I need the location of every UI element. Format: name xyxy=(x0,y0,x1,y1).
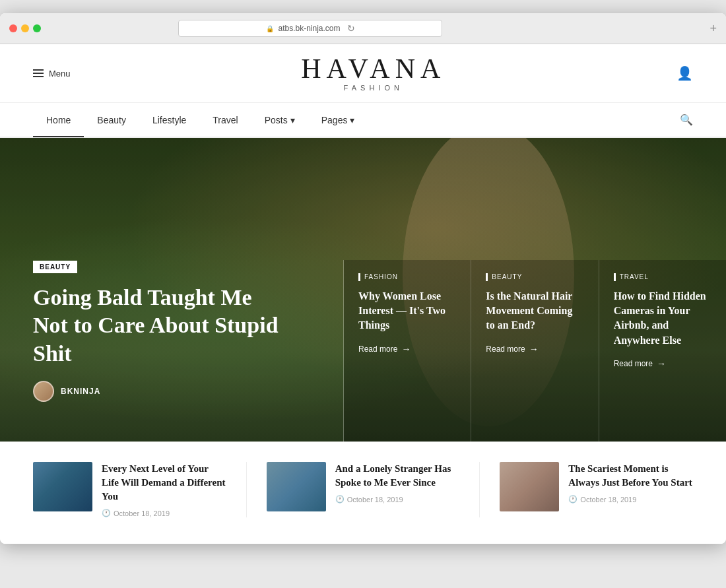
nav-lifestyle[interactable]: Lifestyle xyxy=(139,104,199,136)
hero-title: Going Bald Taught Me Not to Care About S… xyxy=(33,284,284,368)
article-card-2[interactable]: And a Lonely Stranger Has Spoke to Me Ev… xyxy=(267,462,460,517)
avatar xyxy=(33,381,54,402)
article-card-content-1: Every Next Level of Your Life Will Deman… xyxy=(102,462,226,517)
hero-sub-articles: FASHION Why Women Lose Interest — It's T… xyxy=(343,260,726,442)
sub-title-fashion: Why Women Lose Interest — It's Two Thing… xyxy=(358,289,456,333)
arrow-right-icon: → xyxy=(401,344,411,354)
url-text: atbs.bk-ninja.com xyxy=(278,24,340,33)
nav-links: Home Beauty Lifestyle Travel Posts ▾ Pag… xyxy=(33,104,368,136)
clock-icon: 🕐 xyxy=(102,509,111,517)
article-thumbnail-3 xyxy=(500,462,559,511)
logo-title: HAVANA xyxy=(301,55,446,82)
divider-1 xyxy=(246,462,247,517)
read-more-beauty[interactable]: Read more → xyxy=(486,344,583,354)
minimize-dot[interactable] xyxy=(21,24,29,32)
author-name[interactable]: BKNINJA xyxy=(61,387,100,396)
nav-home[interactable]: Home xyxy=(33,104,84,137)
article-date-3: 🕐 October 18, 2019 xyxy=(568,495,693,504)
article-thumbnail-1 xyxy=(33,462,92,511)
logo-subtitle: FASHION xyxy=(301,84,446,92)
close-dot[interactable] xyxy=(9,24,17,32)
nav-pages[interactable]: Pages ▾ xyxy=(308,104,368,136)
read-more-fashion[interactable]: Read more → xyxy=(358,344,456,354)
refresh-icon[interactable]: ↻ xyxy=(347,23,355,34)
article-card-content-2: And a Lonely Stranger Has Spoke to Me Ev… xyxy=(335,462,460,504)
bottom-articles: Every Next Level of Your Life Will Deman… xyxy=(0,441,726,544)
chevron-down-icon: ▾ xyxy=(290,115,295,125)
sub-article-fashion: FASHION Why Women Lose Interest — It's T… xyxy=(344,260,471,442)
clock-icon: 🕐 xyxy=(335,495,345,504)
sub-category-beauty: BEAUTY xyxy=(486,273,583,281)
site-header: Menu HAVANA FASHION 👤 xyxy=(0,44,726,103)
hamburger-icon xyxy=(33,69,44,77)
sub-title-travel: How to Find Hidden Cameras in Your Airbn… xyxy=(614,289,711,348)
hero-main-article: BEAUTY Going Bald Taught Me Not to Care … xyxy=(0,260,343,442)
arrow-right-icon: → xyxy=(529,344,539,354)
article-title-3: The Scariest Moment is Always Just Befor… xyxy=(568,462,693,490)
nav-posts[interactable]: Posts ▾ xyxy=(251,104,308,136)
article-card-3[interactable]: The Scariest Moment is Always Just Befor… xyxy=(500,462,693,517)
article-date-2: 🕐 October 18, 2019 xyxy=(335,495,460,504)
clock-icon: 🕐 xyxy=(568,495,578,504)
article-card-content-3: The Scariest Moment is Always Just Befor… xyxy=(568,462,693,504)
hero-section: BEAUTY Going Bald Taught Me Not to Care … xyxy=(0,138,726,441)
site-nav: Home Beauty Lifestyle Travel Posts ▾ Pag… xyxy=(0,103,726,138)
article-thumbnail-2 xyxy=(267,462,326,511)
sub-article-beauty: BEAUTY Is the Natural Hair Movement Comi… xyxy=(471,260,598,442)
article-card-1[interactable]: Every Next Level of Your Life Will Deman… xyxy=(33,462,226,517)
lock-icon: 🔒 xyxy=(266,25,274,32)
article-title-1: Every Next Level of Your Life Will Deman… xyxy=(102,462,226,504)
browser-dots xyxy=(9,24,41,32)
search-button[interactable]: 🔍 xyxy=(680,103,693,137)
site-logo[interactable]: HAVANA FASHION xyxy=(301,55,446,92)
arrow-right-icon: → xyxy=(657,358,666,369)
hero-category-badge[interactable]: BEAUTY xyxy=(33,261,77,273)
divider-2 xyxy=(479,462,480,517)
menu-label: Menu xyxy=(49,69,71,79)
sub-article-travel: TRAVEL How to Find Hidden Cameras in You… xyxy=(599,260,726,442)
sub-category-fashion: FASHION xyxy=(358,273,456,281)
chevron-down-icon: ▾ xyxy=(350,115,354,125)
article-title-2: And a Lonely Stranger Has Spoke to Me Ev… xyxy=(335,462,460,490)
address-bar[interactable]: 🔒 atbs.bk-ninja.com ↻ xyxy=(178,20,442,37)
nav-travel[interactable]: Travel xyxy=(199,104,251,136)
new-tab-button[interactable]: + xyxy=(710,22,717,36)
article-date-1: 🕐 October 18, 2019 xyxy=(102,509,226,517)
browser-window: 🔒 atbs.bk-ninja.com ↻ + Menu HAVANA FASH… xyxy=(0,13,726,544)
read-more-travel[interactable]: Read more → xyxy=(614,358,711,369)
hero-author: BKNINJA xyxy=(33,381,310,402)
maximize-dot[interactable] xyxy=(33,24,41,32)
nav-beauty[interactable]: Beauty xyxy=(84,104,139,136)
browser-chrome: 🔒 atbs.bk-ninja.com ↻ + xyxy=(0,13,726,44)
sub-category-travel: TRAVEL xyxy=(614,273,711,281)
hero-content: BEAUTY Going Bald Taught Me Not to Care … xyxy=(0,260,726,442)
account-icon[interactable]: 👤 xyxy=(676,65,693,81)
sub-title-beauty: Is the Natural Hair Movement Coming to a… xyxy=(486,289,583,333)
menu-button[interactable]: Menu xyxy=(33,69,71,79)
